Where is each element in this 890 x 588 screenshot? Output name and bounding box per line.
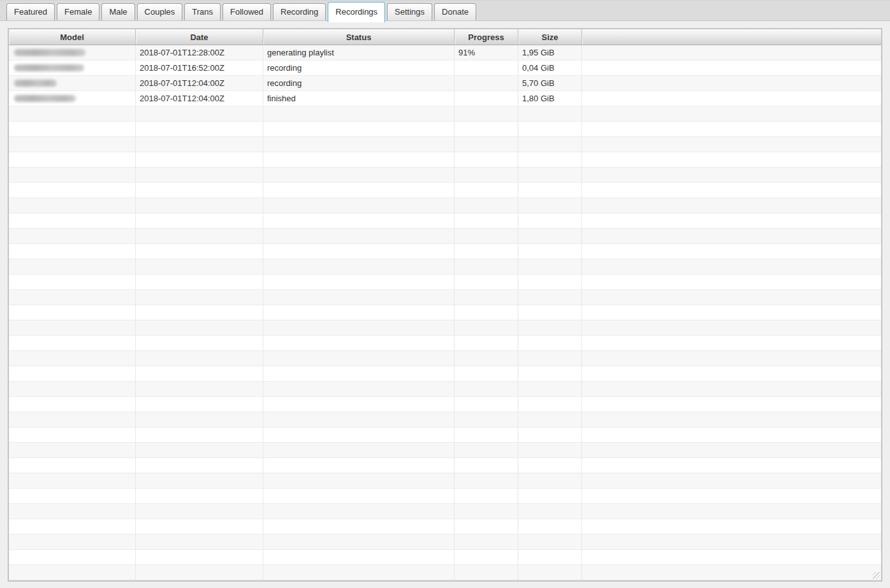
cell-progress bbox=[455, 382, 518, 397]
recordings-table: Model Date Status Progress Size 2018-07-… bbox=[8, 28, 882, 582]
cell-filler bbox=[582, 336, 881, 351]
cell-model bbox=[9, 519, 136, 534]
cell-status bbox=[263, 519, 455, 534]
cell-filler bbox=[582, 168, 881, 183]
table-row-empty bbox=[9, 275, 881, 290]
cell-progress bbox=[455, 305, 518, 320]
tab-featured[interactable]: Featured bbox=[6, 3, 55, 20]
cell-date bbox=[136, 106, 263, 122]
column-header-filler bbox=[582, 29, 881, 45]
cell-model bbox=[9, 320, 136, 336]
table-row-empty bbox=[9, 412, 881, 427]
cell-date: 2018-07-01T12:28:00Z bbox=[136, 45, 263, 61]
cell-status bbox=[263, 290, 455, 305]
cell-filler bbox=[582, 45, 881, 61]
tab-male[interactable]: Male bbox=[101, 3, 135, 20]
cell-date bbox=[136, 550, 263, 565]
cell-filler bbox=[582, 458, 881, 473]
cell-status bbox=[263, 412, 455, 427]
cell-date bbox=[136, 290, 263, 305]
cell-size bbox=[518, 519, 582, 534]
table-body: 2018-07-01T12:28:00Z generating playlist… bbox=[9, 45, 881, 580]
tab-trans[interactable]: Trans bbox=[184, 3, 221, 20]
column-header-size[interactable]: Size bbox=[518, 29, 582, 45]
cell-size bbox=[518, 198, 582, 213]
cell-model bbox=[9, 168, 136, 183]
tab-recording[interactable]: Recording bbox=[273, 3, 326, 20]
cell-size: 1,80 GiB bbox=[518, 91, 582, 106]
cell-progress bbox=[455, 91, 518, 106]
cell-status bbox=[263, 244, 455, 259]
cell-status bbox=[263, 275, 455, 290]
table-row-empty bbox=[9, 382, 881, 397]
tab-followed[interactable]: Followed bbox=[222, 3, 271, 20]
cell-size bbox=[518, 152, 582, 168]
cell-status bbox=[263, 443, 455, 458]
cell-progress bbox=[455, 519, 518, 534]
column-header-date[interactable]: Date bbox=[136, 29, 263, 45]
cell-status bbox=[263, 534, 455, 550]
cell-progress bbox=[455, 290, 518, 305]
cell-size bbox=[518, 244, 582, 259]
cell-filler bbox=[582, 198, 881, 213]
cell-filler bbox=[582, 137, 881, 152]
table-row-empty bbox=[9, 137, 881, 152]
table-row[interactable]: 2018-07-01T12:28:00Z generating playlist… bbox=[9, 45, 881, 61]
cell-filler bbox=[582, 443, 881, 458]
cell-model bbox=[9, 397, 136, 412]
table-row-empty bbox=[9, 458, 881, 473]
cell-status: finished bbox=[263, 91, 455, 106]
cell-progress bbox=[455, 168, 518, 183]
cell-progress bbox=[455, 397, 518, 412]
cell-model bbox=[9, 122, 136, 137]
cell-progress: 91% bbox=[455, 45, 518, 61]
cell-size bbox=[518, 305, 582, 320]
cell-date bbox=[136, 152, 263, 168]
cell-progress bbox=[455, 412, 518, 427]
tab-donate[interactable]: Donate bbox=[434, 3, 476, 20]
column-header-model[interactable]: Model bbox=[9, 29, 136, 45]
cell-filler bbox=[582, 412, 881, 427]
cell-progress bbox=[455, 229, 518, 244]
cell-progress bbox=[455, 122, 518, 137]
redacted-model-name bbox=[14, 49, 85, 56]
cell-progress bbox=[455, 504, 518, 519]
content-area: Model Date Status Progress Size 2018-07-… bbox=[0, 21, 890, 582]
cell-status bbox=[263, 183, 455, 198]
cell-size bbox=[518, 473, 582, 489]
cell-progress bbox=[455, 320, 518, 336]
tab-couples[interactable]: Couples bbox=[137, 3, 183, 20]
tab-settings[interactable]: Settings bbox=[387, 3, 432, 20]
cell-status bbox=[263, 550, 455, 565]
cell-size bbox=[518, 412, 582, 427]
cell-filler bbox=[582, 366, 881, 382]
tab-female[interactable]: Female bbox=[57, 3, 99, 20]
table-row[interactable]: 2018-07-01T12:04:00Z recording 5,70 GiB bbox=[9, 76, 881, 91]
column-header-progress[interactable]: Progress bbox=[455, 29, 518, 45]
table-row[interactable]: 2018-07-01T16:52:00Z recording 0,04 GiB bbox=[9, 61, 881, 76]
cell-size bbox=[518, 427, 582, 443]
cell-size bbox=[518, 397, 582, 412]
cell-model bbox=[9, 412, 136, 427]
cell-status bbox=[263, 458, 455, 473]
column-header-status[interactable]: Status bbox=[263, 29, 455, 45]
cell-model bbox=[9, 366, 136, 382]
cell-status bbox=[263, 489, 455, 504]
redacted-model-name bbox=[14, 95, 76, 102]
cell-date: 2018-07-01T16:52:00Z bbox=[136, 61, 263, 76]
cell-size bbox=[518, 550, 582, 565]
cell-size bbox=[518, 443, 582, 458]
cell-progress bbox=[455, 137, 518, 152]
cell-date bbox=[136, 275, 263, 290]
cell-size bbox=[518, 336, 582, 351]
cell-model bbox=[9, 229, 136, 244]
cell-status bbox=[263, 351, 455, 366]
cell-date bbox=[136, 519, 263, 534]
cell-size bbox=[518, 122, 582, 137]
cell-date bbox=[136, 229, 263, 244]
table-row[interactable]: 2018-07-01T12:04:00Z finished 1,80 GiB bbox=[9, 91, 881, 106]
cell-date bbox=[136, 320, 263, 336]
resize-grip-icon[interactable] bbox=[873, 572, 880, 579]
tab-recordings[interactable]: Recordings bbox=[328, 2, 385, 22]
cell-size bbox=[518, 168, 582, 183]
